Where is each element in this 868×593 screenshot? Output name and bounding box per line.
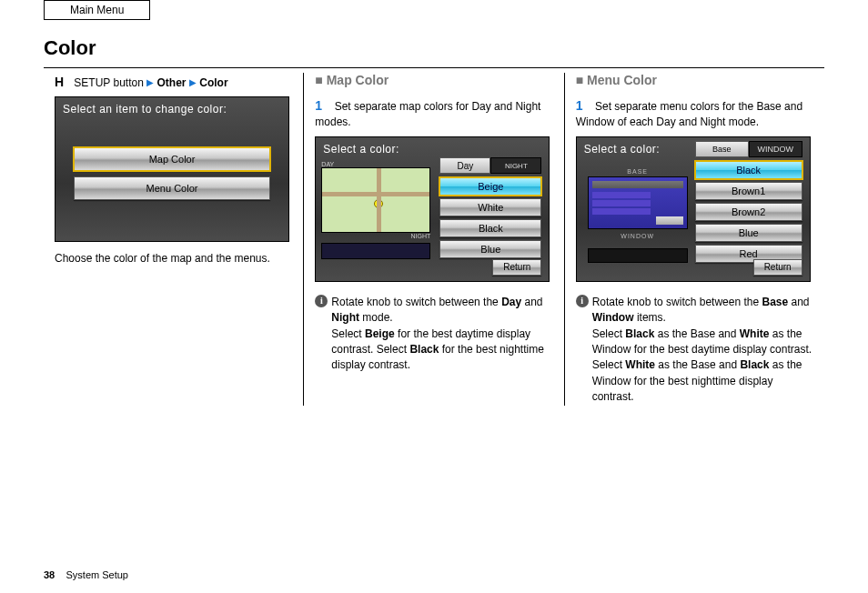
subhead-text: Menu Color [587,73,657,87]
content-columns: H SETUP button ▶ Other ▶ Color Select an… [44,73,824,406]
step-1-label: 1 [576,96,592,115]
info-icon: i [315,295,328,307]
screenshot-select-item: Select an item to change color: Map Colo… [55,96,289,242]
map-night-preview [321,243,430,259]
col3-note-text: Rotate knob to switch between the Base a… [592,295,813,406]
screenshot-map-color: Select a color: DAY NIGHT Day NIGHT Beig… [315,136,550,282]
col2-lead-text: Set separate map colors for Day and Nigh… [315,100,540,128]
col3-note: i Rotate knob to switch between the Base… [576,295,813,406]
opt-black[interactable]: Black [695,161,802,179]
breadcrumb-b: Other [157,76,187,89]
page-number: 38 [44,569,55,580]
page-heading-row: Color [44,36,824,68]
screenshot-menu-color: Select a color: BASE WINDOW Base WINDOW … [576,136,811,282]
section-name: System Setup [66,569,127,580]
col3-lead-text: Set separate menu colors for the Base an… [576,100,802,128]
label-day: DAY [321,161,430,167]
tab-base[interactable]: Base [695,141,749,157]
col2-lead: 1 Set separate map colors for Day and Ni… [315,96,552,131]
col-1: H SETUP button ▶ Other ▶ Color Select an… [44,73,303,406]
opt-blue[interactable]: Blue [439,240,541,258]
screenshot-title: Select a color: [584,143,661,156]
map-previews: DAY NIGHT [321,161,430,259]
tab-night[interactable]: NIGHT [490,157,541,174]
col-3: ■ Menu Color 1 Set separate menu colors … [564,73,824,406]
page-title: Color [44,36,824,60]
tab-window[interactable]: WINDOW [749,141,802,157]
subhead-text: Map Color [327,73,389,87]
chevron-icon: ▶ [146,77,154,87]
tab-day[interactable]: Day [439,157,490,174]
breadcrumb: H SETUP button ▶ Other ▶ Color [55,73,292,91]
label-base: BASE [582,168,693,175]
main-menu-box: Main Menu [44,0,150,20]
car-icon [374,199,383,208]
col2-note-text: Rotate knob to switch between the Day an… [331,295,552,374]
map-day-preview [321,167,430,233]
day-night-tabs: Day NIGHT [439,157,541,174]
menu-color-controls: Base WINDOW Black Brown1 Brown2 Blue Red [695,141,802,263]
return-button[interactable]: Return [492,259,541,276]
opt-brown2[interactable]: Brown2 [695,203,802,221]
map-color-controls: Day NIGHT Beige White Black Blue [439,157,541,258]
label-window: WINDOW [582,233,693,239]
screenshot-title: Select an item to change color: [63,103,227,116]
info-icon: i [576,295,589,307]
opt-beige[interactable]: Beige [439,177,541,196]
step-1-label: 1 [315,96,331,115]
label-night: NIGHT [321,233,430,239]
breadcrumb-c: Color [199,76,227,89]
menu-color-options: Black Brown1 Brown2 Blue Red [695,161,802,263]
opt-black[interactable]: Black [439,219,541,237]
col3-lead: 1 Set separate menu colors for the Base … [576,96,813,131]
subhead-menu-color: ■ Menu Color [576,73,813,87]
opt-brown1[interactable]: Brown1 [695,182,802,200]
col1-text: Choose the color of the map and the menu… [55,251,292,266]
subhead-map-color: ■ Map Color [315,73,552,87]
col2-note: i Rotate knob to switch between the Day … [315,295,552,374]
window-preview [588,248,688,263]
option-menu-color[interactable]: Menu Color [74,176,270,200]
screenshot-title: Select a color: [323,143,399,156]
return-button[interactable]: Return [753,259,802,276]
breadcrumb-a: SETUP button [74,76,144,89]
setup-button-icon: H [55,73,71,91]
option-map-color[interactable]: Map Color [74,147,270,171]
base-preview [588,176,688,229]
opt-white[interactable]: White [439,198,541,216]
page-footer: 38 System Setup [44,569,128,580]
opt-blue[interactable]: Blue [695,224,802,242]
menu-previews: BASE WINDOW [582,165,693,263]
col-2: ■ Map Color 1 Set separate map colors fo… [303,73,563,406]
base-window-tabs: Base WINDOW [695,141,802,157]
chevron-icon: ▶ [189,77,197,87]
color-options: Beige White Black Blue [439,177,541,258]
